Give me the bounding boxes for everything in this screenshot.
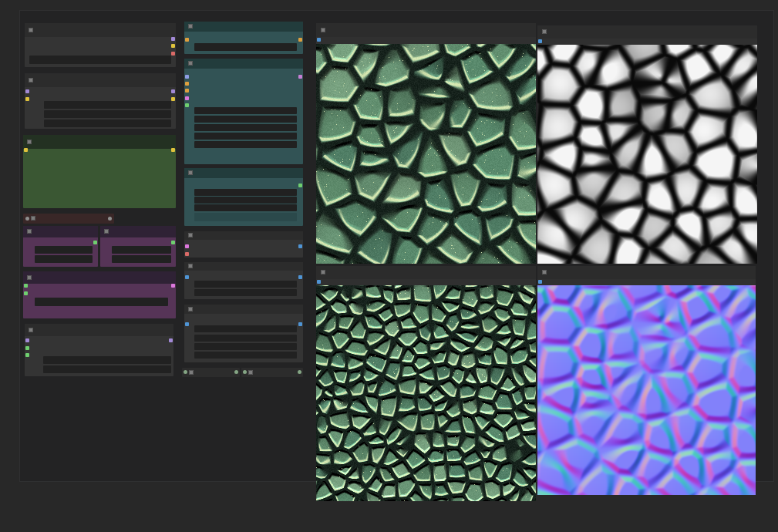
collapse-icon[interactable] <box>104 229 109 234</box>
collapse-icon[interactable] <box>188 307 193 311</box>
output-port[interactable] <box>298 38 302 42</box>
output-port[interactable] <box>298 322 302 326</box>
input-port[interactable] <box>24 284 28 288</box>
collapse-icon[interactable] <box>27 229 32 234</box>
node-header[interactable] <box>25 73 176 87</box>
node-parameter-row[interactable] <box>194 124 297 131</box>
node-header[interactable] <box>184 262 303 271</box>
graph-node-mix-node-wide[interactable] <box>23 271 176 318</box>
node-parameter-row[interactable] <box>194 281 297 288</box>
node-parameter-row[interactable] <box>112 255 171 263</box>
node-header[interactable] <box>184 59 303 69</box>
node-header[interactable] <box>184 305 303 314</box>
node-parameter-row[interactable] <box>194 116 297 123</box>
node-header[interactable] <box>23 135 176 149</box>
input-port[interactable] <box>185 75 189 79</box>
input-port[interactable] <box>25 338 29 342</box>
node-parameter-row[interactable] <box>194 107 297 114</box>
node-header[interactable] <box>100 226 176 237</box>
output-port[interactable] <box>298 275 302 279</box>
collapse-icon[interactable] <box>188 24 193 29</box>
input-port[interactable] <box>185 244 189 248</box>
collapse-icon[interactable] <box>27 140 32 144</box>
node-parameter-row[interactable] <box>194 133 297 140</box>
node-parameter-row[interactable] <box>44 110 171 118</box>
node-header[interactable] <box>316 23 536 37</box>
node-graph-canvas[interactable] <box>0 0 778 532</box>
graph-node-preview-height[interactable] <box>537 25 757 264</box>
output-port[interactable] <box>171 52 175 56</box>
image-input-port[interactable] <box>538 39 542 43</box>
graph-node-teal-node-2[interactable] <box>184 59 303 164</box>
collapse-icon[interactable] <box>29 328 33 332</box>
input-port[interactable] <box>25 97 29 101</box>
graph-node-blend-node-right[interactable] <box>100 226 176 267</box>
image-input-port[interactable] <box>317 38 321 42</box>
node-parameter-row[interactable] <box>194 197 297 204</box>
graph-node-param-node-2[interactable] <box>25 73 176 129</box>
output-socket-dot[interactable] <box>234 370 238 374</box>
graph-node-preview-normal[interactable] <box>537 266 756 495</box>
node-header[interactable] <box>184 22 303 32</box>
node-parameter-row[interactable] <box>194 335 297 342</box>
graph-node-blend-node-left[interactable] <box>23 226 98 267</box>
node-parameter-row[interactable] <box>194 343 297 350</box>
node-parameter-row[interactable] <box>43 356 171 364</box>
input-port[interactable] <box>25 353 29 357</box>
input-socket-dot[interactable] <box>25 217 29 221</box>
node-header[interactable] <box>537 266 756 279</box>
collapse-icon[interactable] <box>542 29 547 34</box>
output-port[interactable] <box>171 37 175 41</box>
node-header[interactable] <box>537 25 757 39</box>
input-port[interactable] <box>185 96 189 100</box>
output-port[interactable] <box>171 97 175 101</box>
input-socket-dot[interactable] <box>243 370 247 374</box>
node-header[interactable] <box>316 266 536 279</box>
input-port[interactable] <box>185 252 189 256</box>
output-port[interactable] <box>298 75 302 79</box>
node-header[interactable] <box>23 226 98 237</box>
collapsed-node[interactable] <box>241 368 303 377</box>
node-parameter-row[interactable] <box>194 141 297 148</box>
output-port[interactable] <box>298 244 302 248</box>
graph-node-small-node-2[interactable] <box>184 262 303 299</box>
input-port[interactable] <box>185 103 189 107</box>
collapse-icon[interactable] <box>248 370 253 375</box>
input-port[interactable] <box>185 275 189 279</box>
collapse-icon[interactable] <box>188 61 193 66</box>
node-header[interactable] <box>25 324 173 336</box>
node-parameter-row[interactable] <box>194 189 297 196</box>
output-port[interactable] <box>171 148 175 152</box>
node-parameter-row[interactable] <box>35 246 93 254</box>
output-port[interactable] <box>171 44 175 48</box>
node-parameter-row[interactable] <box>29 56 171 64</box>
collapse-icon[interactable] <box>31 216 35 221</box>
input-port[interactable] <box>185 38 189 42</box>
node-parameter-row[interactable] <box>43 365 171 373</box>
graph-node-preview-albedo-tiled[interactable] <box>316 266 536 501</box>
node-header[interactable] <box>184 168 303 178</box>
input-port[interactable] <box>185 82 189 86</box>
preview-height-image[interactable] <box>537 45 757 264</box>
collapse-icon[interactable] <box>188 170 193 175</box>
input-socket-dot[interactable] <box>184 370 187 374</box>
preview-normal-image[interactable] <box>537 285 756 495</box>
node-parameter-row[interactable] <box>35 298 168 306</box>
input-port[interactable] <box>24 148 28 152</box>
node-header[interactable] <box>25 23 176 37</box>
graph-node-small-node-3[interactable] <box>184 305 303 362</box>
collapse-icon[interactable] <box>189 370 194 375</box>
node-parameter-row[interactable] <box>44 120 171 127</box>
collapse-icon[interactable] <box>29 78 33 82</box>
collapse-icon[interactable] <box>188 233 193 237</box>
output-socket-dot[interactable] <box>298 370 301 374</box>
collapsed-node[interactable] <box>23 214 114 224</box>
node-parameter-row[interactable] <box>194 289 297 296</box>
output-port[interactable] <box>298 184 302 187</box>
node-parameter-row[interactable] <box>194 43 297 51</box>
node-parameter-row[interactable] <box>194 213 297 221</box>
collapse-icon[interactable] <box>321 270 325 274</box>
node-parameter-row[interactable] <box>194 325 297 332</box>
collapsed-node[interactable] <box>182 368 240 377</box>
input-port[interactable] <box>25 346 29 350</box>
